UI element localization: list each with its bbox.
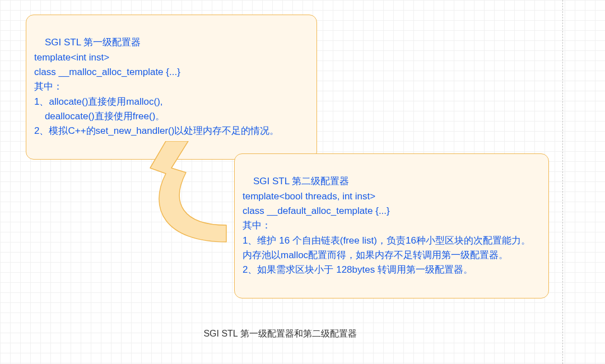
- box2-text: SGI STL 第二级配置器 template<bool threads, in…: [243, 176, 530, 275]
- box-level1-allocator: SGI STL 第一级配置器 template<int inst> class …: [26, 15, 317, 160]
- diagram-canvas: SGI STL 第一级配置器 template<int inst> class …: [0, 0, 605, 364]
- box-level2-allocator: SGI STL 第二级配置器 template<bool threads, in…: [234, 153, 549, 298]
- page-boundary-line: [562, 0, 563, 364]
- caption-text: SGI STL 第一级配置器和第二级配置器: [203, 329, 356, 338]
- diagram-caption: SGI STL 第一级配置器和第二级配置器: [0, 328, 560, 340]
- box1-text: SGI STL 第一级配置器 template<int inst> class …: [34, 37, 279, 136]
